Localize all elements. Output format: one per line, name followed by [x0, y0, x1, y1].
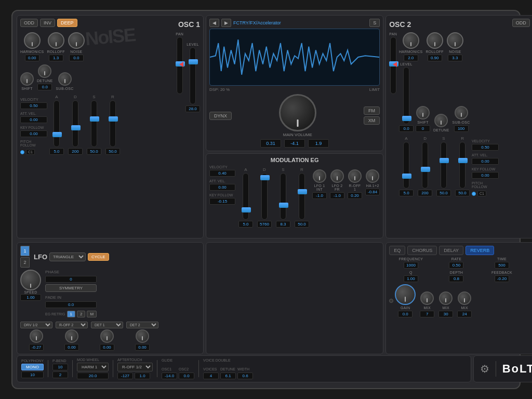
width-value[interactable]: 0.6 [237, 373, 253, 379]
osc2-subosc-value[interactable]: 100 [454, 125, 469, 132]
osc2-attack-fader[interactable] [403, 142, 409, 189]
modeg-lfo2fr-knob[interactable] [330, 169, 344, 183]
modeg-lfo1int-knob[interactable] [313, 169, 326, 183]
lfo-roff2-value[interactable]: 0.00 [64, 344, 79, 351]
modeg-d-value[interactable]: 5760 [257, 221, 272, 228]
modeg-attvel-value[interactable]: 0.00 [209, 184, 235, 191]
osc2-vel-value[interactable]: 0.50 [472, 144, 499, 151]
modeg-s-value[interactable]: 8.3 [276, 221, 290, 228]
osc2-shift-knob[interactable] [416, 106, 430, 119]
modeg-r-value[interactable]: 50.0 [295, 221, 309, 228]
osc1-pan-fader[interactable] [177, 37, 183, 94]
modeg-lfo2fr-value[interactable]: -1.0 [330, 192, 344, 199]
osc1-detune-value[interactable]: 0.0 [37, 84, 52, 90]
aftertouch-value1[interactable]: -127 [117, 373, 133, 379]
osc2-r-value[interactable]: 50.0 [455, 190, 470, 196]
chorus-btn[interactable]: CHORUS [407, 246, 437, 255]
osc2-noise-knob[interactable] [447, 32, 463, 49]
osc1-inv-btn[interactable]: INV [40, 19, 55, 27]
osc1-deep-btn[interactable]: DEEP [57, 19, 77, 27]
osc2-subosc-knob[interactable] [455, 106, 468, 119]
voices-value[interactable]: 4 [203, 373, 219, 379]
detune-value[interactable]: 6.1 [220, 373, 236, 379]
main-volume-knob[interactable] [279, 94, 316, 131]
fx-freq-value[interactable]: 1000 [404, 262, 418, 269]
lfo-speed-knob[interactable] [20, 270, 41, 290]
aftertouch-value2[interactable]: 1.0 [135, 373, 150, 379]
osc1-r-value[interactable]: 50.0 [105, 148, 120, 155]
lfo-det2-value[interactable]: 0.00 [135, 344, 150, 351]
fx-q-value[interactable]: 1.00 [404, 275, 418, 282]
osc2-attvel-value[interactable]: 0.00 [472, 158, 499, 165]
lfo-det1-value[interactable]: 0.00 [100, 344, 114, 351]
osc1-release-fader[interactable] [110, 100, 116, 147]
osc1-d-value[interactable]: 200 [68, 148, 83, 155]
fx-mix3-knob[interactable] [458, 291, 471, 305]
dynx-btn[interactable]: DYNX [209, 112, 232, 120]
modwheel-select[interactable]: HARM 1 [77, 363, 109, 371]
fm-btn[interactable]: FM [364, 107, 380, 115]
lfo-phase-value[interactable]: 0 [45, 276, 97, 283]
lfo-det2-select[interactable]: DET 2 [126, 322, 158, 328]
osc2-shift-value[interactable]: 0 [416, 125, 430, 132]
modeg-a-value[interactable]: 5.0 [238, 221, 253, 228]
polyphony-num[interactable]: 10 [21, 371, 44, 378]
fx-mix3-value[interactable]: 24 [457, 311, 472, 317]
s-btn[interactable]: S [369, 19, 380, 27]
osc2-detune-knob[interactable] [434, 114, 448, 127]
fx-time-value[interactable]: 500 [495, 262, 509, 269]
osc2-release-fader[interactable] [459, 142, 466, 189]
osc1-shift-knob[interactable] [20, 72, 34, 86]
eq-btn[interactable]: EQ [389, 246, 405, 255]
fx-rate-value[interactable]: 0.50 [449, 262, 463, 269]
lfo-drv-select[interactable]: DRV 1/2 [20, 322, 52, 328]
osc1-harmonics-knob[interactable] [24, 32, 41, 49]
osc2-s-value[interactable]: 50.0 [436, 190, 451, 196]
lfo-speed-value[interactable]: 1.00 [20, 294, 41, 301]
lfo-waveform-select[interactable]: TRIANGLE SINE SQUARE SAW [49, 252, 86, 261]
fx-feedback-value[interactable]: -0.20 [495, 275, 509, 282]
lfo-tab-1[interactable]: 1 [20, 246, 30, 256]
osc1-level-fader[interactable] [190, 47, 196, 104]
reverb-btn[interactable]: REVERB [466, 246, 494, 255]
aftertouch-select[interactable]: R-OFF 1/2 [117, 363, 153, 371]
lfo-egretrig-1[interactable]: 1 [67, 311, 75, 317]
osc1-noise-knob[interactable] [68, 32, 85, 49]
lfo-roff2-select[interactable]: R-OFF 2 [56, 322, 88, 328]
osc2-harmonics-knob[interactable] [403, 32, 419, 49]
xm-btn[interactable]: XM [364, 116, 380, 125]
polyphony-btn[interactable]: MONO [21, 364, 44, 370]
osc2-rolloff-knob[interactable] [427, 32, 443, 49]
fx-mix1-knob[interactable] [420, 291, 434, 305]
modeg-sustain-fader[interactable] [280, 173, 286, 220]
lfo-roff2-knob[interactable] [65, 329, 78, 343]
modeg-vel-value[interactable]: 0.40 [209, 170, 235, 177]
osc2-harmonics-value[interactable]: 2.0 [404, 55, 418, 61]
settings-icon[interactable]: ⚙ [480, 363, 489, 375]
modwheel-value[interactable]: 20.0 [77, 373, 109, 379]
vol-right-display[interactable]: 1.9 [308, 139, 329, 148]
nav-fwd-btn[interactable]: ▶ [221, 19, 231, 27]
osc1-rolloff-knob[interactable] [48, 32, 64, 49]
osc2-d-value[interactable]: 200 [418, 190, 432, 196]
vol-center-display[interactable]: -4.1 [284, 139, 305, 148]
osc1-attvel-value[interactable]: 0.00 [20, 116, 47, 123]
osc1-odd-btn[interactable]: ODD [20, 19, 38, 27]
osc2-keyfollow-value[interactable]: 0.00 [472, 172, 499, 179]
lfo-cycle-btn[interactable]: CYCLE [88, 253, 109, 261]
lfo-symmetry-btn[interactable]: SYMMETRY [45, 284, 97, 292]
fx-gain-value[interactable]: 0.0 [398, 311, 413, 317]
osc1-harmonics-value[interactable]: 0.00 [25, 55, 39, 61]
modeg-roff1-value[interactable]: 0.20 [348, 192, 362, 199]
osc2-rolloff-value[interactable]: 0.90 [428, 55, 442, 61]
osc2-noise-value[interactable]: 3.3 [448, 55, 462, 61]
osc2-pan-fader[interactable] [390, 37, 396, 94]
osc1-level-value[interactable]: 28.0 [185, 105, 200, 112]
fx-gain-knob[interactable] [395, 284, 416, 305]
modeg-ha12-value[interactable]: -0.84 [365, 189, 380, 195]
osc1-attack-fader[interactable] [54, 100, 60, 147]
lfo-det1-knob[interactable] [100, 329, 114, 343]
osc1-sustain-fader[interactable] [91, 100, 97, 147]
lfo-drv-value[interactable]: -0.27 [29, 344, 44, 351]
osc1-a-value[interactable]: 5.0 [49, 148, 64, 155]
